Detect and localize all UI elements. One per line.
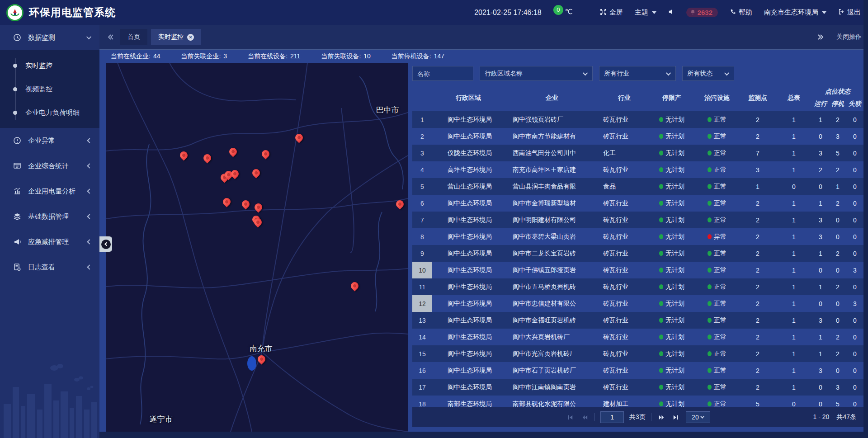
map-city-label: 巴中市 [376,105,399,115]
sidebar-item-enterprise-anomaly[interactable]: 企业异常 [0,128,99,153]
cell-monitor-count: 3 [740,161,776,178]
table-header: 行政区域 企业 行业 停限产 治污设施 监测点 总表 点位状态 运行 停机 [412,85,863,111]
cell-index: 9 [412,245,432,262]
prev-page-button[interactable] [580,413,589,422]
sidebar-subitem-enterprise-power-load-detail[interactable]: 企业电力负荷明细 [0,101,99,124]
cell-down-count: 0 [829,295,846,312]
cell-lost-count: 0 [846,212,863,228]
cell-stop-status: 无计划 [649,245,694,262]
cell-run-count: 0 [812,178,829,195]
status-dot-icon [659,368,663,373]
sidebar-collapse-button[interactable] [99,236,112,252]
table-row[interactable]: 4高坪生态环境局南充市高坪区王家店建砖瓦行业无计划正常31220 [412,161,863,178]
table-row[interactable]: 5营山生态环境局营山县润丰肉食品有限食品无计划正常10010 [412,178,863,195]
close-tab-icon[interactable]: × [187,34,194,41]
table-row[interactable]: 7阆中生态环境局阆中明阳建材有限公司砖瓦行业无计划正常21300 [412,212,863,228]
sidebar-item-enterprise-statistics[interactable]: 企业综合统计 [0,153,99,179]
sidebar-item-emergency-reduction[interactable]: 应急减排管理 [0,229,99,254]
cell-facility-status: 正常 [694,262,740,278]
table-row[interactable]: 15阆中生态环境局阆中市光富页岩机砖厂砖瓦行业无计划正常21120 [412,345,863,362]
industry-filter-select[interactable]: 所有行业 [599,66,676,81]
cell-down-count: 2 [829,245,846,262]
table-row[interactable]: 11阆中生态环境局阆中市五马桥页岩机砖砖瓦行业无计划正常21120 [412,278,863,295]
pager-divider [651,413,651,421]
next-page-button[interactable] [657,413,666,422]
region-filter-select[interactable]: 行政区域名称 [480,66,593,81]
chevron-down-icon [86,34,91,39]
table-row[interactable]: 9阆中生态环境局阆中市二龙长宝页岩砖砖瓦行业无计划正常21120 [412,245,863,262]
cell-run-count: 3 [812,312,829,329]
table-row[interactable]: 8阆中生态环境局阆中市枣碧大梁山页岩砖瓦行业无计划异常21300 [412,228,863,245]
temperature-display: 0 ℃ [553,8,573,18]
sidebar-item-base-data-management[interactable]: 基础数据管理 [0,204,99,229]
alert-icon [13,136,22,145]
status-dot-icon [708,284,712,289]
cell-run-count: 1 [812,329,829,345]
layers-icon [13,212,22,221]
cell-company: 阆中市金福旺页岩机砖 [505,312,599,329]
tabs-scroll-right-button[interactable] [815,31,826,43]
sidebar-subitem-video-monitoring[interactable]: 视频监控 [0,77,99,101]
cell-lost-count: 0 [846,379,863,396]
chevron-left-icon [87,264,92,269]
cell-stop-status: 无计划 [649,111,694,128]
table-row[interactable]: 1阆中生态环境局阆中强锐页岩砖厂砖瓦行业无计划正常21120 [412,111,863,128]
datetime-display: 2021-02-25 17:46:18 [474,9,542,17]
status-dot-icon [659,167,663,172]
cell-monitor-count: 7 [740,145,776,161]
table-row[interactable]: 10阆中生态环境局阆中千佛镇五郎垭页岩砖瓦行业无计划正常21003 [412,262,863,278]
status-filter-select[interactable]: 所有状态 [682,66,734,81]
tab-home[interactable]: 首页 [120,29,147,45]
close-operations-button[interactable]: 关闭操作 [836,33,862,41]
logout-button[interactable]: 退出 [838,8,861,17]
sidebar-subitem-realtime-monitoring[interactable]: 实时监控 [0,54,99,77]
cell-meter-count: 1 [776,362,812,379]
fullscreen-button[interactable]: 全屏 [600,8,623,17]
cell-down-count: 2 [829,345,846,362]
log-icon [13,263,22,272]
tabs-scroll-left-button[interactable] [105,31,117,43]
col-header-meter: 总表 [776,85,812,111]
map-panel[interactable]: 巴中市南充市遂宁市 [106,63,408,432]
cell-monitor-count: 2 [740,278,776,295]
table-row[interactable]: 3仪陇生态环境局西南油气田分公司川中化工无计划正常71350 [412,145,863,161]
org-dropdown[interactable]: 南充市生态环境局 [764,8,826,17]
page-number-input[interactable] [600,411,624,423]
cell-index: 17 [412,379,432,396]
table-row[interactable]: 2阆中生态环境局阆中市南方节能建材有砖瓦行业无计划正常21030 [412,128,863,145]
cell-meter-count: 1 [776,111,812,128]
cell-lost-count: 0 [846,145,863,161]
stat-item: 当前失联设备:10 [321,52,370,61]
cell-region: 阆中生态环境局 [432,228,505,245]
chevron-down-icon [666,70,671,75]
cell-run-count: 1 [812,345,829,362]
sidebar-item-log-view[interactable]: 日志查看 [0,254,99,280]
table-row[interactable]: 18南部生态环境局南部县砚化水泥有限公建材加工无计划正常50050 [412,396,863,407]
page-size-select[interactable]: 20 [686,411,710,423]
name-filter-input[interactable] [412,66,473,81]
cell-run-count: 0 [812,295,829,312]
right-edge [863,0,868,438]
table-row[interactable]: 14阆中生态环境局阆中大兴页岩机砖厂砖瓦行业无计划正常21120 [412,329,863,345]
tab-realtime-monitoring[interactable]: 实时监控 × [151,29,201,45]
cell-run-count: 3 [812,362,829,379]
cell-run-count: 1 [812,245,829,262]
table-row[interactable]: 13阆中生态环境局阆中市金福旺页岩机砖砖瓦行业无计划正常21300 [412,312,863,329]
cell-lost-count: 0 [846,195,863,212]
theme-dropdown[interactable]: 主题 [635,8,656,17]
sidebar-item-data-monitoring[interactable]: 数据监测 [0,25,99,50]
notifications-badge[interactable]: 2632 [686,8,718,17]
sidebar-item-enterprise-power-analysis[interactable]: 企业用电量分析 [0,179,99,204]
last-page-button[interactable] [671,413,680,422]
first-page-button[interactable] [566,413,575,422]
table-row[interactable]: 16阆中生态环境局阆中市石子页岩机砖厂砖瓦行业无计划正常21300 [412,362,863,379]
table-row[interactable]: 12阆中生态环境局阆中市忠信建材有限公砖瓦行业无计划正常21003 [412,295,863,312]
help-button[interactable]: 帮助 [730,8,752,17]
cell-down-count: 2 [829,161,846,178]
mute-button[interactable] [668,9,675,16]
table-row[interactable]: 17阆中生态环境局阆中市江南镇阆南页岩砖瓦行业无计划正常21030 [412,379,863,396]
stat-item: 当前停机设备:147 [392,52,444,61]
table-row[interactable]: 6阆中生态环境局阆中市金博瑞新型墙材砖瓦行业无计划正常21120 [412,195,863,212]
cell-down-count: 3 [829,128,846,145]
cell-facility-status: 正常 [694,362,740,379]
